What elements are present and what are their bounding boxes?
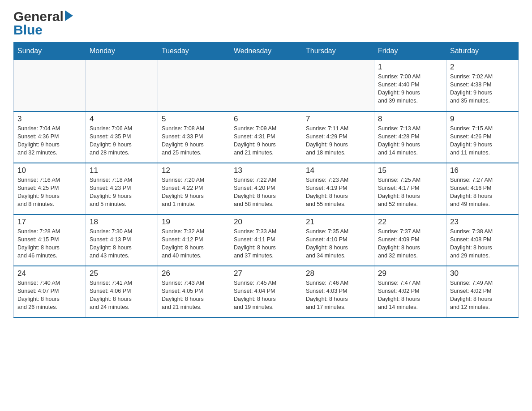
day-info: Sunrise: 7:08 AM Sunset: 4:33 PM Dayligh… (162, 124, 226, 157)
calendar-table: SundayMondayTuesdayWednesdayThursdayFrid… (13, 42, 519, 318)
day-info: Sunrise: 7:13 AM Sunset: 4:28 PM Dayligh… (378, 124, 442, 157)
calendar-cell: 16Sunrise: 7:27 AM Sunset: 4:16 PM Dayli… (446, 163, 519, 214)
day-number: 30 (450, 269, 515, 278)
day-number: 5 (162, 115, 226, 124)
day-info: Sunrise: 7:40 AM Sunset: 4:07 PM Dayligh… (17, 279, 82, 312)
calendar-cell: 21Sunrise: 7:35 AM Sunset: 4:10 PM Dayli… (302, 214, 374, 266)
calendar-cell: 3Sunrise: 7:04 AM Sunset: 4:36 PM Daylig… (14, 111, 86, 163)
calendar-cell: 5Sunrise: 7:08 AM Sunset: 4:33 PM Daylig… (158, 111, 230, 163)
day-number: 1 (378, 63, 442, 72)
calendar-cell: 15Sunrise: 7:25 AM Sunset: 4:17 PM Dayli… (374, 163, 446, 214)
calendar-cell: 18Sunrise: 7:30 AM Sunset: 4:13 PM Dayli… (86, 214, 158, 266)
day-number: 27 (234, 269, 298, 278)
weekday-header-row: SundayMondayTuesdayWednesdayThursdayFrid… (14, 43, 519, 60)
calendar-cell: 12Sunrise: 7:20 AM Sunset: 4:22 PM Dayli… (158, 163, 230, 214)
week-row-3: 10Sunrise: 7:16 AM Sunset: 4:25 PM Dayli… (14, 163, 519, 214)
day-info: Sunrise: 7:45 AM Sunset: 4:04 PM Dayligh… (234, 279, 298, 312)
day-number: 26 (162, 269, 226, 278)
day-number: 9 (450, 115, 515, 124)
day-number: 12 (162, 166, 226, 175)
week-row-1: 1Sunrise: 7:00 AM Sunset: 4:40 PM Daylig… (14, 60, 519, 111)
header-friday: Friday (374, 43, 446, 60)
day-number: 2 (450, 63, 515, 72)
calendar-cell: 27Sunrise: 7:45 AM Sunset: 4:04 PM Dayli… (230, 266, 302, 317)
day-info: Sunrise: 7:28 AM Sunset: 4:15 PM Dayligh… (17, 227, 82, 260)
logo-arrow-icon (65, 10, 73, 21)
day-number: 28 (306, 269, 370, 278)
day-info: Sunrise: 7:06 AM Sunset: 4:35 PM Dayligh… (90, 124, 154, 157)
calendar-cell: 26Sunrise: 7:43 AM Sunset: 4:05 PM Dayli… (158, 266, 230, 317)
day-number: 29 (378, 269, 442, 278)
day-info: Sunrise: 7:04 AM Sunset: 4:36 PM Dayligh… (17, 124, 82, 157)
calendar-cell: 1Sunrise: 7:00 AM Sunset: 4:40 PM Daylig… (374, 60, 446, 111)
header-sunday: Sunday (14, 43, 86, 60)
day-info: Sunrise: 7:35 AM Sunset: 4:10 PM Dayligh… (306, 227, 370, 260)
calendar-cell: 28Sunrise: 7:46 AM Sunset: 4:03 PM Dayli… (302, 266, 374, 317)
day-info: Sunrise: 7:43 AM Sunset: 4:05 PM Dayligh… (162, 279, 226, 312)
calendar-cell (158, 60, 230, 111)
calendar-cell: 7Sunrise: 7:11 AM Sunset: 4:29 PM Daylig… (302, 111, 374, 163)
calendar-cell: 4Sunrise: 7:06 AM Sunset: 4:35 PM Daylig… (86, 111, 158, 163)
day-info: Sunrise: 7:09 AM Sunset: 4:31 PM Dayligh… (234, 124, 298, 157)
day-info: Sunrise: 7:30 AM Sunset: 4:13 PM Dayligh… (90, 227, 154, 260)
day-info: Sunrise: 7:38 AM Sunset: 4:08 PM Dayligh… (450, 227, 515, 260)
day-number: 24 (17, 269, 82, 278)
calendar-cell: 30Sunrise: 7:49 AM Sunset: 4:02 PM Dayli… (446, 266, 519, 317)
day-info: Sunrise: 7:32 AM Sunset: 4:12 PM Dayligh… (162, 227, 226, 260)
day-number: 7 (306, 115, 370, 124)
day-number: 20 (234, 218, 298, 227)
day-number: 4 (90, 115, 154, 124)
calendar-cell (86, 60, 158, 111)
calendar-cell: 25Sunrise: 7:41 AM Sunset: 4:06 PM Dayli… (86, 266, 158, 317)
day-number: 14 (306, 166, 370, 175)
day-number: 8 (378, 115, 442, 124)
day-info: Sunrise: 7:49 AM Sunset: 4:02 PM Dayligh… (450, 279, 515, 312)
logo: General Blue (13, 9, 73, 38)
day-info: Sunrise: 7:37 AM Sunset: 4:09 PM Dayligh… (378, 227, 442, 260)
day-number: 13 (234, 166, 298, 175)
logo-blue-text: Blue (13, 22, 43, 38)
day-info: Sunrise: 7:20 AM Sunset: 4:22 PM Dayligh… (162, 176, 226, 209)
week-row-2: 3Sunrise: 7:04 AM Sunset: 4:36 PM Daylig… (14, 111, 519, 163)
day-number: 15 (378, 166, 442, 175)
calendar-cell: 14Sunrise: 7:23 AM Sunset: 4:19 PM Dayli… (302, 163, 374, 214)
day-number: 17 (17, 218, 82, 227)
logo-general-text: General (13, 9, 64, 24)
calendar-cell (14, 60, 86, 111)
day-number: 22 (378, 218, 442, 227)
day-info: Sunrise: 7:46 AM Sunset: 4:03 PM Dayligh… (306, 279, 370, 312)
calendar-cell: 13Sunrise: 7:22 AM Sunset: 4:20 PM Dayli… (230, 163, 302, 214)
header-saturday: Saturday (446, 43, 519, 60)
calendar-cell: 6Sunrise: 7:09 AM Sunset: 4:31 PM Daylig… (230, 111, 302, 163)
calendar-cell: 2Sunrise: 7:02 AM Sunset: 4:38 PM Daylig… (446, 60, 519, 111)
day-info: Sunrise: 7:11 AM Sunset: 4:29 PM Dayligh… (306, 124, 370, 157)
calendar-cell: 19Sunrise: 7:32 AM Sunset: 4:12 PM Dayli… (158, 214, 230, 266)
header-tuesday: Tuesday (158, 43, 230, 60)
day-number: 23 (450, 218, 515, 227)
page-header: General Blue (13, 9, 519, 38)
calendar-cell (302, 60, 374, 111)
day-info: Sunrise: 7:15 AM Sunset: 4:26 PM Dayligh… (450, 124, 515, 157)
day-number: 25 (90, 269, 154, 278)
day-info: Sunrise: 7:02 AM Sunset: 4:38 PM Dayligh… (450, 73, 515, 105)
day-number: 11 (90, 166, 154, 175)
day-info: Sunrise: 7:22 AM Sunset: 4:20 PM Dayligh… (234, 176, 298, 209)
calendar-cell: 8Sunrise: 7:13 AM Sunset: 4:28 PM Daylig… (374, 111, 446, 163)
day-info: Sunrise: 7:27 AM Sunset: 4:16 PM Dayligh… (450, 176, 515, 209)
day-number: 21 (306, 218, 370, 227)
header-monday: Monday (86, 43, 158, 60)
day-number: 3 (17, 115, 82, 124)
day-number: 18 (90, 218, 154, 227)
calendar-cell: 17Sunrise: 7:28 AM Sunset: 4:15 PM Dayli… (14, 214, 86, 266)
day-info: Sunrise: 7:16 AM Sunset: 4:25 PM Dayligh… (17, 176, 82, 209)
week-row-4: 17Sunrise: 7:28 AM Sunset: 4:15 PM Dayli… (14, 214, 519, 266)
day-info: Sunrise: 7:33 AM Sunset: 4:11 PM Dayligh… (234, 227, 298, 260)
calendar-cell (230, 60, 302, 111)
day-number: 10 (17, 166, 82, 175)
day-info: Sunrise: 7:23 AM Sunset: 4:19 PM Dayligh… (306, 176, 370, 209)
day-number: 6 (234, 115, 298, 124)
calendar-cell: 24Sunrise: 7:40 AM Sunset: 4:07 PM Dayli… (14, 266, 86, 317)
header-thursday: Thursday (302, 43, 374, 60)
day-number: 16 (450, 166, 515, 175)
week-row-5: 24Sunrise: 7:40 AM Sunset: 4:07 PM Dayli… (14, 266, 519, 317)
